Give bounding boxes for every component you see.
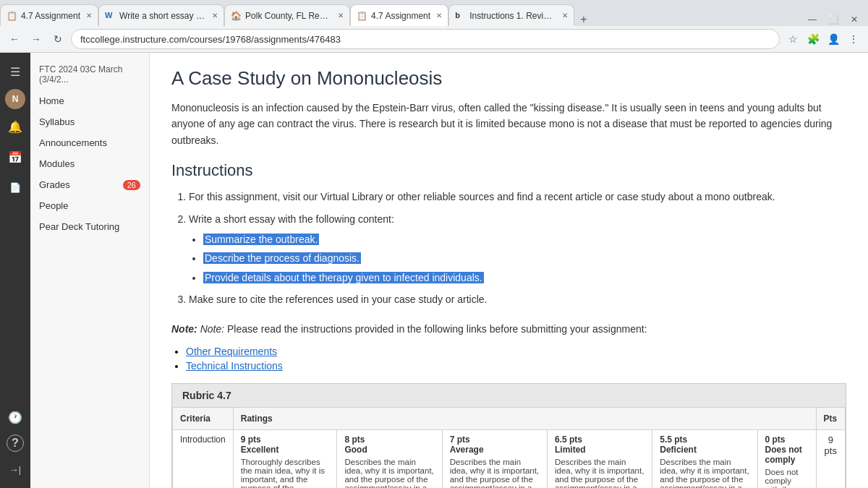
rating-label-3: Average <box>450 445 540 455</box>
sidebar-item-people[interactable]: People <box>30 195 149 216</box>
other-requirements-link[interactable]: Other Requirements <box>186 346 277 357</box>
sub-item-3: Provide details about the therapy given … <box>203 270 846 286</box>
tab-1[interactable]: 📋 4.7 Assignment ✕ <box>0 4 98 26</box>
instruction-text-2: Write a short essay with the following c… <box>189 213 394 225</box>
sidebar-item-label-announcements: Announcements <box>39 137 107 148</box>
rubric-table: Criteria Ratings Pts Introduction 9 pts … <box>172 407 846 488</box>
sidebar-item-label-grades: Grades <box>39 179 70 190</box>
tab-favicon-5: b <box>455 11 465 21</box>
instruction-sublist: Summarize the outbreak. Describe the pro… <box>189 231 846 286</box>
refresh-button[interactable]: ↻ <box>49 30 67 48</box>
instruction-text-1: For this assignment, visit our Virtual L… <box>189 191 775 202</box>
tab-2[interactable]: W Write a short essay about sick ✕ <box>98 4 224 26</box>
forward-button[interactable]: → <box>27 30 45 48</box>
sidebar-calendar[interactable]: 📅 <box>2 144 28 170</box>
sidebar-item-announcements[interactable]: Announcements <box>30 132 149 153</box>
page-title: A Case Study on Mononucleosis <box>171 67 846 90</box>
tab-close-5[interactable]: ✕ <box>562 12 568 20</box>
rubric-header-ratings: Ratings <box>233 407 816 429</box>
course-label: FTC 2024 03C March (3/4/2... <box>30 59 149 90</box>
sidebar-item-home[interactable]: Home <box>30 90 149 111</box>
back-button[interactable]: ← <box>6 30 23 48</box>
rating-pts-6: 0 pts <box>765 435 809 445</box>
sidebar-item-label-home: Home <box>39 95 64 106</box>
rubric-rating-1: 9 pts Excellent Thoroughly describes the… <box>233 429 337 488</box>
grades-badge: 26 <box>123 180 140 190</box>
avatar-initials: N <box>12 94 19 104</box>
sub-item-3-text: Provide details about the therapy given … <box>203 272 484 283</box>
sub-item-2: Describe the process of diagnosis. <box>203 250 846 266</box>
rating-label-5: Deficient <box>660 445 749 455</box>
rating-desc-6: Does not comply with the criterion or di… <box>765 468 809 488</box>
rating-pts-4: 6.5 pts <box>555 435 644 445</box>
rating-pts-3: 7 pts <box>450 435 540 445</box>
rubric-container: Rubric 4.7 Criteria Ratings Pts Introduc… <box>171 383 846 488</box>
rubric-criteria-introduction: Introduction <box>173 429 234 488</box>
note-link-other: Other Requirements <box>186 346 846 357</box>
tab-title-3: Polk County, FL Real Estate - H <box>245 11 332 21</box>
tab-3[interactable]: 🏠 Polk County, FL Real Estate - H ✕ <box>224 4 350 26</box>
extensions-icon[interactable]: 🧩 <box>804 30 822 48</box>
sidebar-inbox[interactable]: 📄 <box>2 174 28 200</box>
rubric-header-criteria: Criteria <box>173 407 234 429</box>
rating-label-2: Good <box>344 445 434 455</box>
technical-instructions-link[interactable]: Technical Instructions <box>186 360 283 372</box>
tab-close-2[interactable]: ✕ <box>212 12 218 20</box>
rating-desc-1: Thoroughly describes the main idea, why … <box>241 458 330 488</box>
avatar[interactable]: N <box>5 89 25 109</box>
tab-title-4: 4.7 Assignment <box>371 11 430 21</box>
sidebar-item-grades[interactable]: Grades 26 <box>30 174 149 195</box>
note-text: Note: Note: Please read the instructions… <box>171 321 846 337</box>
rubric-header-pts: Pts <box>816 407 845 429</box>
address-bar-row: ← → ↻ ☆ 🧩 👤 ⋮ <box>0 26 868 52</box>
rubric-rating-5: 5.5 pts Deficient Describes the main ide… <box>652 429 757 488</box>
address-input[interactable] <box>71 29 780 49</box>
sidebar-collapse[interactable]: →| <box>2 456 28 482</box>
browser-icons: ☆ 🧩 👤 ⋮ <box>784 30 862 48</box>
rating-label-4: Limited <box>555 445 644 455</box>
instruction-item-2: Write a short essay with the following c… <box>189 211 846 286</box>
close-window-button[interactable]: ✕ <box>846 13 862 26</box>
tab-close-3[interactable]: ✕ <box>338 12 344 20</box>
rubric-row-introduction: Introduction 9 pts Excellent Thoroughly … <box>173 429 846 488</box>
bookmark-icon[interactable]: ☆ <box>784 30 801 48</box>
menu-icon[interactable]: ⋮ <box>845 30 862 48</box>
intro-paragraph: Mononucleosis is an infection caused by … <box>171 100 846 148</box>
tab-favicon-3: 🏠 <box>231 11 241 21</box>
sidebar-clock[interactable]: 🕐 <box>2 404 28 430</box>
maximize-button[interactable]: ⬜ <box>824 13 843 26</box>
tab-5[interactable]: b Instructions 1. Review the follo ✕ <box>448 4 574 26</box>
rubric-rating-3: 7 pts Average Describes the main idea, w… <box>442 429 547 488</box>
tab-4[interactable]: 📋 4.7 Assignment ✕ <box>350 4 448 26</box>
instructions-list: For this assignment, visit our Virtual L… <box>171 189 846 307</box>
instructions-heading: Instructions <box>171 161 846 180</box>
sidebar-item-syllabus[interactable]: Syllabus <box>30 111 149 132</box>
sidebar-item-modules[interactable]: Modules <box>30 153 149 174</box>
minimize-button[interactable]: — <box>804 13 821 26</box>
sidebar-hamburger[interactable]: ☰ <box>2 59 28 85</box>
rating-label-6: Does not comply <box>765 445 809 465</box>
tab-favicon-4: 📋 <box>357 11 367 21</box>
instruction-text-3: Make sure to cite the references used in… <box>189 294 487 305</box>
tab-favicon-2: W <box>105 11 115 21</box>
note-links: Other Requirements Technical Instruction… <box>171 346 846 372</box>
main-content: A Case Study on Mononucleosis Mononucleo… <box>150 53 868 488</box>
sidebar-notifications[interactable]: 🔔 <box>2 114 28 140</box>
sidebar-item-label-pear-deck: Pear Deck Tutoring <box>39 221 119 232</box>
sub-item-1-text: Summarize the outbreak. <box>203 234 319 245</box>
rubric-rating-4: 6.5 pts Limited Describes the main idea,… <box>547 429 652 488</box>
sidebar-item-pear-deck[interactable]: Pear Deck Tutoring <box>30 216 149 237</box>
icon-sidebar: ☰ N 🔔 📅 📄 🕐 ? →| <box>0 53 30 488</box>
instruction-item-3: Make sure to cite the references used in… <box>189 291 846 307</box>
profile-icon[interactable]: 👤 <box>825 30 842 48</box>
tab-close-4[interactable]: ✕ <box>436 12 442 20</box>
rating-label-1: Excellent <box>241 445 330 455</box>
sidebar-help[interactable]: ? <box>7 435 24 452</box>
new-tab-button[interactable]: + <box>574 13 592 26</box>
sidebar-item-label-modules: Modules <box>39 158 75 169</box>
app-container: ☰ N 🔔 📅 📄 🕐 ? →| FTC 2024 03C March (3/4… <box>0 53 868 488</box>
rating-pts-2: 8 pts <box>344 435 434 445</box>
tab-title-2: Write a short essay about sick <box>119 11 206 21</box>
tab-close-1[interactable]: ✕ <box>86 12 92 20</box>
note-link-technical: Technical Instructions <box>186 360 846 372</box>
